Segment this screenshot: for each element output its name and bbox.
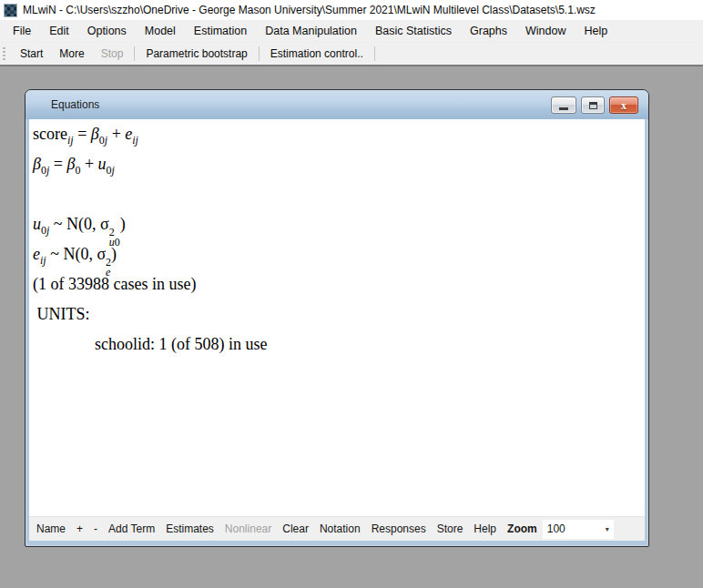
menu-data-manipulation[interactable]: Data Manipulation: [256, 21, 366, 41]
menu-basic-statistics[interactable]: Basic Statistics: [366, 21, 461, 41]
minimize-button[interactable]: [551, 96, 576, 114]
menu-file[interactable]: File: [4, 21, 40, 41]
toolbar-separator: [259, 46, 260, 61]
responses-button[interactable]: Responses: [366, 522, 432, 535]
menu-model[interactable]: Model: [136, 21, 185, 41]
add-button[interactable]: +: [71, 522, 88, 535]
add-term-button[interactable]: Add Term: [103, 522, 160, 535]
close-icon: x: [621, 100, 627, 111]
notation-button[interactable]: Notation: [314, 522, 366, 535]
estimation-control-button[interactable]: Estimation control..: [262, 45, 372, 63]
equations-body: scoreij = β0j + eijβ0j = β0 + u0j u0j ~ …: [29, 119, 645, 541]
parametric-bootstrap-button[interactable]: Parametric bootstrap: [138, 45, 255, 63]
minimize-icon: [559, 107, 568, 110]
nonlinear-button[interactable]: Nonlinear: [219, 522, 277, 535]
equations-titlebar[interactable]: Equations x: [25, 90, 648, 119]
equation-line: eij ~ N(0, σ2e): [33, 239, 645, 269]
mlwin-window: MLwiN - C:\Users\szzho\OneDrive - George…: [0, 0, 703, 586]
app-icon: [4, 4, 17, 17]
mdi-workspace: Equations x scoreij = β0j + eijβ0j = β0 …: [0, 65, 703, 586]
help-button[interactable]: Help: [468, 522, 502, 535]
app-title: MLwiN - C:\Users\szzho\OneDrive - George…: [23, 4, 596, 16]
more-button[interactable]: More: [51, 45, 92, 63]
menu-graphs[interactable]: Graphs: [461, 21, 516, 41]
remove-button[interactable]: -: [88, 522, 103, 535]
toolbar-grip-icon[interactable]: [3, 47, 5, 61]
clear-button[interactable]: Clear: [277, 522, 314, 535]
estimates-button[interactable]: Estimates: [160, 522, 219, 535]
caption-buttons: x: [551, 96, 638, 114]
maximize-button[interactable]: [581, 96, 605, 114]
name-button[interactable]: Name: [31, 522, 71, 535]
zoom-label: Zoom: [502, 522, 541, 535]
toolbar-separator: [134, 46, 135, 61]
zoom-value: 100: [547, 522, 565, 535]
menu-help[interactable]: Help: [576, 21, 617, 41]
equations-display[interactable]: scoreij = β0j + eijβ0j = β0 + u0j u0j ~ …: [29, 119, 645, 516]
stop-button[interactable]: Stop: [93, 45, 132, 63]
zoom-select[interactable]: 100 ▾: [543, 520, 614, 539]
menubar: File Edit Options Model Estimation Data …: [0, 20, 703, 43]
equation-line: scoreij = β0j + eij: [33, 119, 645, 149]
menu-estimation[interactable]: Estimation: [185, 21, 256, 41]
menu-window[interactable]: Window: [516, 21, 575, 41]
equation-line: UNITS:: [33, 299, 645, 329]
start-button[interactable]: Start: [12, 45, 51, 63]
menu-edit[interactable]: Edit: [40, 21, 78, 41]
equations-toolbar: Name + - Add Term Estimates Nonlinear Cl…: [29, 516, 645, 541]
chevron-down-icon: ▾: [606, 525, 609, 533]
equation-line: schoolid: 1 (of 508) in use: [33, 329, 645, 360]
equation-line: (1 of 33988 cases in use): [33, 269, 645, 299]
app-titlebar[interactable]: MLwiN - C:\Users\szzho\OneDrive - George…: [0, 0, 703, 20]
close-button[interactable]: x: [609, 96, 638, 114]
toolbar: Start More Stop Parametric bootstrap Est…: [0, 43, 703, 65]
menu-options[interactable]: Options: [78, 21, 136, 41]
equations-window-title: Equations: [51, 98, 99, 111]
store-button[interactable]: Store: [432, 522, 469, 535]
equations-window: Equations x scoreij = β0j + eijβ0j = β0 …: [25, 89, 649, 547]
maximize-icon: [589, 102, 597, 109]
toolbar-separator: [374, 46, 375, 61]
equation-line: [33, 179, 645, 209]
equation-line: u0j ~ N(0, σ2u0): [33, 209, 645, 239]
equation-line: β0j = β0 + u0j: [33, 149, 645, 179]
